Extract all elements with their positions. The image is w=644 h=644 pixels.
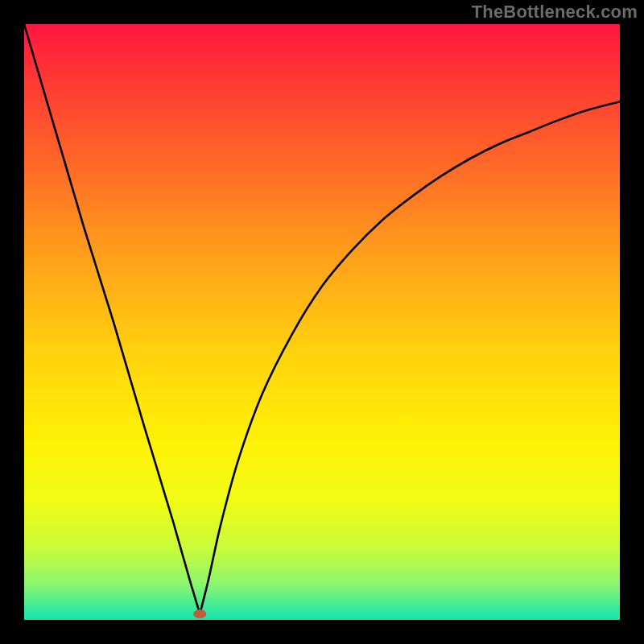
watermark-label: TheBottleneck.com (472, 2, 638, 23)
vertex-marker (193, 609, 206, 618)
chart-frame: TheBottleneck.com (0, 0, 644, 644)
chart-svg (24, 24, 620, 620)
plot-area (24, 24, 620, 620)
